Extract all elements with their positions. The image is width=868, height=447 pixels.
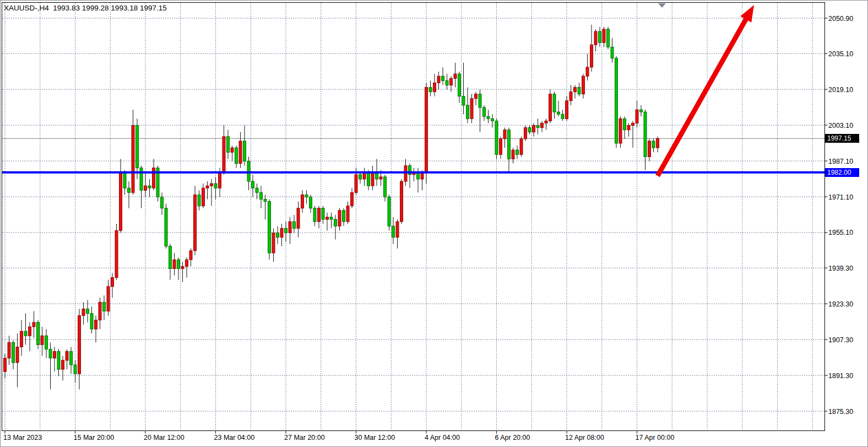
candle-body-bull	[239, 141, 242, 164]
candle-body-bull	[4, 358, 7, 371]
candle-body-bear	[561, 114, 564, 119]
candle-body-bear	[334, 219, 337, 226]
candle-body-bull	[66, 352, 68, 360]
candle	[268, 199, 271, 260]
candle	[500, 137, 502, 159]
candle-body-bull	[603, 29, 605, 42]
candle-body-bull	[541, 123, 544, 127]
candle-body-bear	[462, 96, 465, 105]
candle-body-bull	[657, 138, 659, 148]
candle	[95, 316, 97, 343]
candle	[99, 298, 101, 329]
trend-arrow-shaft[interactable]	[658, 15, 748, 176]
candle-body-bull	[111, 278, 114, 287]
candle	[107, 280, 110, 316]
candle-body-bull	[470, 99, 473, 119]
candle-body-bull	[574, 87, 577, 91]
y-axis[interactable]: 2050.902035.102019.102003.101987.101971.…	[825, 15, 854, 416]
candle-body-bear	[330, 217, 333, 219]
candle	[599, 27, 601, 47]
candle	[437, 72, 440, 89]
candle	[24, 314, 27, 345]
candle-body-bull	[590, 45, 593, 67]
candle-body-bear	[136, 125, 139, 168]
candle-body-bear	[305, 195, 308, 197]
candle-body-bull	[219, 173, 221, 188]
candle	[293, 215, 296, 233]
candle	[359, 173, 362, 184]
candle	[648, 139, 651, 161]
candle	[57, 349, 60, 376]
candle	[301, 190, 304, 213]
candle-body-bull	[301, 195, 304, 208]
candle-body-bear	[479, 94, 481, 107]
x-axis-label: 4 Apr 04:00	[425, 434, 460, 441]
chart-shift-marker-icon[interactable]	[658, 3, 666, 8]
candle-body-bull	[450, 78, 453, 85]
y-axis-label: 1971.10	[828, 193, 853, 201]
x-axis[interactable]: 13 Mar 202315 Mar 20:0020 Mar 12:0023 Ma…	[3, 431, 674, 442]
candle	[479, 90, 481, 132]
candle-body-bull	[371, 173, 374, 186]
candle	[120, 159, 122, 233]
candle	[181, 262, 184, 282]
candle	[338, 208, 341, 231]
candle	[264, 195, 267, 219]
candle	[545, 119, 547, 130]
trend-arrow[interactable]	[658, 5, 754, 176]
candle	[400, 179, 403, 224]
candle-body-bull	[210, 184, 213, 186]
candle-body-bull	[53, 352, 56, 358]
candle-body-bear	[161, 197, 164, 208]
candle	[235, 146, 238, 168]
candle	[458, 72, 461, 103]
candle-body-bear	[252, 181, 254, 188]
candle-body-bull	[107, 287, 110, 311]
candle	[508, 128, 511, 173]
candle	[198, 190, 200, 211]
candle	[334, 215, 337, 240]
candle-body-bear	[45, 336, 48, 349]
candle	[409, 164, 411, 189]
chart-canvas[interactable]: 2050.902035.102019.102003.101987.101971.…	[1, 1, 867, 446]
candle-body-bear	[90, 314, 93, 329]
candle	[322, 206, 324, 224]
candle-body-bull	[632, 123, 634, 125]
candle-body-bear	[483, 107, 486, 116]
candle-body-bear	[123, 173, 126, 188]
candle	[161, 192, 164, 215]
candle-body-bull	[280, 228, 283, 237]
candle	[169, 244, 172, 280]
candle-body-bull	[78, 316, 81, 374]
candle-body-bear	[227, 137, 230, 152]
candle	[615, 56, 618, 148]
candle	[313, 206, 316, 227]
x-axis-label: 17 Apr 00:00	[636, 434, 675, 441]
candle-body-bull	[636, 110, 638, 123]
candle	[343, 208, 345, 226]
candle	[557, 101, 560, 116]
candle-body-bull	[289, 222, 291, 233]
candle-body-bear	[177, 260, 180, 268]
candle-body-bear	[235, 148, 238, 163]
candle-body-bear	[256, 188, 258, 192]
candle-body-bear	[652, 141, 655, 148]
candle-body-bear	[442, 76, 444, 80]
candle-body-bear	[165, 208, 167, 246]
candle	[603, 27, 605, 47]
candle	[177, 257, 180, 280]
candle-body-bull	[223, 137, 225, 173]
candle-body-bull	[120, 173, 122, 231]
candle	[148, 179, 151, 197]
candle	[37, 320, 40, 349]
candle	[252, 175, 254, 197]
candle-body-bear	[12, 342, 15, 363]
candle-body-bear	[57, 352, 60, 369]
candle	[231, 146, 234, 161]
candle-body-bear	[214, 184, 217, 188]
candle	[280, 224, 283, 246]
candle-body-bull	[566, 101, 568, 119]
candle-body-bear	[293, 222, 296, 228]
candle-body-bull	[619, 119, 622, 143]
candle	[487, 110, 490, 123]
